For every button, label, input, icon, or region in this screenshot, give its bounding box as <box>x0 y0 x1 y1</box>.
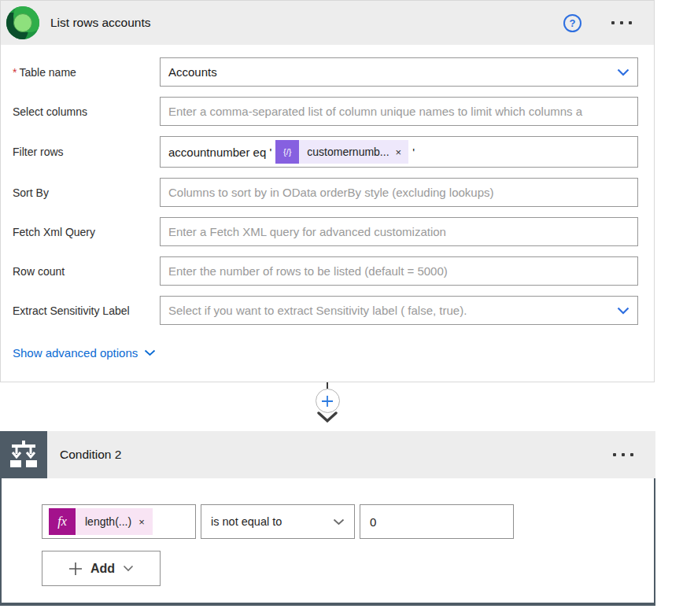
field-row-row-count: Row count <box>13 256 638 286</box>
field-row-table-name: *Table name Accounts <box>13 57 638 87</box>
dynamic-content-token[interactable]: {/} customernumb... × <box>275 140 408 164</box>
chevron-down-icon <box>617 307 629 315</box>
field-label: *Table name <box>13 66 160 79</box>
sensitivity-select[interactable] <box>160 296 638 325</box>
field-label: Fetch Xml Query <box>13 226 160 238</box>
row-count-box <box>160 256 638 286</box>
field-label: Select columns <box>13 105 160 118</box>
required-asterisk: * <box>13 66 17 79</box>
action-title: List rows accounts <box>50 16 151 30</box>
field-row-select-columns: Select columns <box>13 97 638 126</box>
show-advanced-options-link[interactable]: Show advanced options <box>13 346 156 360</box>
token-label: customernumb... <box>299 146 393 158</box>
advanced-link-label: Show advanced options <box>13 346 138 360</box>
field-label: Row count <box>13 265 160 278</box>
row-count-input[interactable] <box>168 257 629 285</box>
operator-value: is not equal to <box>211 515 327 528</box>
condition-card: Condition 2 fx length(...) × is not equa… <box>0 431 655 606</box>
field-label: Sort By <box>13 186 160 199</box>
chevron-down-icon <box>617 68 629 76</box>
condition-card-body: fx length(...) × is not equal to <box>0 478 655 606</box>
condition-operator-select[interactable]: is not equal to <box>201 504 355 539</box>
sort-by-input[interactable] <box>168 179 629 206</box>
filter-prefix-text: accountnumber eq ' <box>168 146 271 159</box>
connector-line <box>327 382 328 389</box>
flow-designer-canvas: List rows accounts ? *Table name Account… <box>0 0 683 616</box>
plus-icon <box>321 395 334 408</box>
filter-rows-input[interactable]: accountnumber eq ' {/} customernumb... ×… <box>160 136 638 168</box>
expression-token[interactable]: fx length(...) × <box>49 508 153 535</box>
filter-suffix-text: ' <box>412 146 415 159</box>
dataverse-icon <box>5 5 41 41</box>
condition-title: Condition 2 <box>60 448 121 462</box>
more-menu-icon[interactable] <box>611 448 635 461</box>
add-condition-button[interactable]: Add <box>42 551 161 586</box>
field-row-filter-rows: Filter rows accountnumber eq ' {/} custo… <box>13 136 638 168</box>
condition-value-input[interactable] <box>370 515 504 529</box>
insert-step-button[interactable] <box>316 389 340 413</box>
fx-icon: fx <box>49 508 76 535</box>
expression-label: length(...) <box>76 515 136 528</box>
arrow-down-icon <box>316 411 338 423</box>
action-card-body: *Table name Accounts Select columns Filt… <box>1 45 654 382</box>
fetch-xml-box <box>160 217 638 246</box>
table-name-select[interactable]: Accounts <box>160 57 638 87</box>
dynamic-content-icon: {/} <box>275 140 299 164</box>
action-card-header[interactable]: List rows accounts ? <box>1 1 654 45</box>
add-row: Add <box>42 551 654 586</box>
table-name-value: Accounts <box>168 65 611 79</box>
action-card-list-rows: List rows accounts ? *Table name Account… <box>0 0 655 382</box>
chevron-down-icon <box>123 565 134 572</box>
help-icon[interactable]: ? <box>563 14 581 32</box>
plus-icon <box>68 562 83 576</box>
field-row-fetch-xml: Fetch Xml Query <box>13 217 638 246</box>
add-button-label: Add <box>90 562 115 576</box>
condition-left-operand[interactable]: fx length(...) × <box>42 504 196 539</box>
chevron-down-icon <box>333 518 345 526</box>
field-label: Extract Sensitivity Label <box>13 304 160 317</box>
sensitivity-input[interactable] <box>168 297 611 324</box>
condition-row: fx length(...) × is not equal to <box>42 504 654 539</box>
condition-right-operand[interactable] <box>360 504 514 539</box>
fetch-xml-input[interactable] <box>168 218 629 245</box>
field-row-sort-by: Sort By <box>13 178 638 207</box>
field-row-sensitivity: Extract Sensitivity Label <box>13 296 638 325</box>
select-columns-box <box>160 97 638 126</box>
step-connector <box>0 382 655 423</box>
select-columns-input[interactable] <box>168 98 629 125</box>
sort-by-box <box>160 178 638 207</box>
condition-card-header[interactable]: Condition 2 <box>0 431 655 478</box>
condition-branch-icon <box>0 431 47 478</box>
more-menu-icon[interactable] <box>610 17 633 29</box>
token-close-icon[interactable]: × <box>394 146 409 158</box>
field-label: Filter rows <box>13 146 160 158</box>
chevron-down-icon <box>144 349 156 356</box>
token-close-icon[interactable]: × <box>136 516 153 528</box>
